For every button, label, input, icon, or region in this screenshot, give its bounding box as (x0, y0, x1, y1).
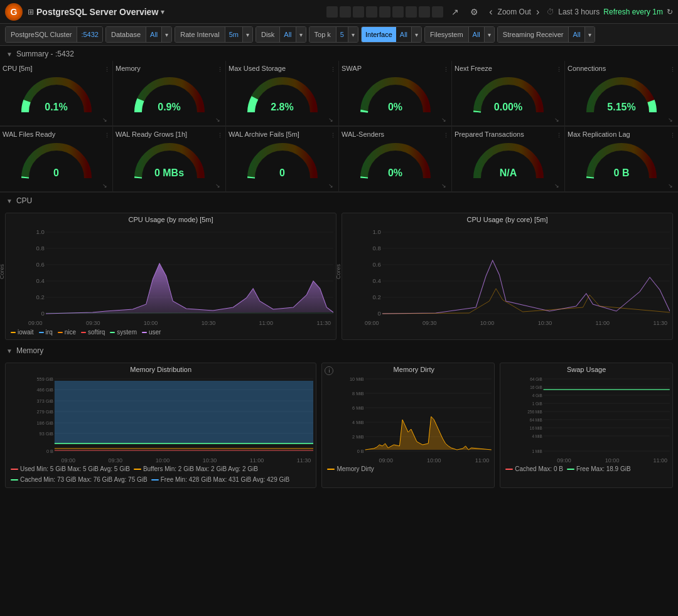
gauge-wal-files-ready-info[interactable]: ⋮ (104, 132, 110, 139)
legend-free: Free Min: 428 GiB Max: 431 GiB Avg: 429 … (151, 476, 289, 483)
swap-usage-chart-title: Swap Usage (503, 366, 670, 373)
filter-database-value[interactable]: All (146, 27, 161, 42)
filter-streaming-dropdown[interactable]: ▾ (584, 27, 595, 42)
share-button[interactable]: ↗ (448, 6, 462, 18)
svg-text:1 GiB: 1 GiB (532, 401, 542, 406)
gauge-prepared-tx-info[interactable]: ⋮ (556, 132, 562, 139)
svg-text:0.2: 0.2 (36, 294, 45, 300)
gauge-swap-title: SWAP (342, 65, 362, 72)
zoom-forward-button[interactable]: › (534, 6, 542, 18)
nav-icon-3 (353, 6, 364, 18)
refresh-button[interactable]: ↻ (667, 8, 673, 16)
gauge-swap-footer-icon: ↘ (441, 117, 446, 123)
legend-buffers: Buffers Min: 2 GiB Max: 2 GiB Avg: 2 GiB (134, 465, 258, 472)
title-dropdown[interactable]: ▾ (161, 8, 164, 16)
gauge-next-freeze-title: Next Freeze (455, 65, 492, 72)
gauge-wal-ready-grows-title: WAL Ready Grows [1h] (116, 130, 187, 138)
cpu-mode-chart-area: 1.0 0.8 0.6 0.4 0.2 0 (26, 226, 333, 320)
gauge-max-storage-footer-icon: ↘ (328, 117, 333, 123)
cpu-section-header[interactable]: ▼ CPU (0, 193, 678, 208)
gauge-connections-title: Connections (568, 65, 606, 72)
zoom-out-label[interactable]: Zoom Out (498, 8, 531, 16)
nav-icon-1 (326, 6, 338, 18)
gauge-next-freeze-info[interactable]: ⋮ (556, 66, 562, 73)
gauge-swap: SWAP ⋮ 0% ↘ (339, 61, 452, 126)
gauge-connections-info[interactable]: ⋮ (670, 66, 675, 73)
filter-filesystem-value[interactable]: All (469, 27, 484, 42)
gauge-wal-senders-footer-icon: ↘ (441, 183, 446, 189)
filter-disk-value[interactable]: All (280, 27, 295, 42)
time-range-label[interactable]: Last 3 hours (558, 8, 600, 16)
filter-topk: Top k 5 ▾ (309, 26, 358, 43)
gauge-wal-files-ready-visual: 0 (19, 141, 94, 181)
cpu-core-chart-title: CPU Usage (by core) [5m] (345, 216, 670, 223)
filter-disk: Disk All ▾ (256, 26, 306, 43)
svg-text:559 GiB: 559 GiB (37, 376, 53, 382)
svg-text:64 GiB: 64 GiB (530, 377, 542, 381)
filter-topk-value[interactable]: 5 (336, 27, 348, 42)
filter-disk-dropdown[interactable]: ▾ (296, 27, 306, 42)
cpu-charts-row: CPU Usage (by mode) [5m] Cores (5, 213, 673, 340)
filter-interface-all[interactable]: All (396, 27, 411, 42)
gauge-cpu-title: CPU [5m] (3, 65, 33, 72)
filter-interface-dropdown[interactable]: ▾ (411, 27, 421, 42)
zoom-back-button[interactable]: ‹ (487, 6, 495, 18)
gauge-max-storage-visual: 2.8% (245, 75, 320, 115)
cpu-mode-chart-panel: CPU Usage (by mode) [5m] Cores (5, 213, 336, 340)
gauge-cpu-value: 0.1% (19, 102, 94, 113)
swap-usage-legend: Cached Max: 0 B Free Max: 18.9 GiB (503, 464, 670, 474)
svg-text:8 MiB: 8 MiB (352, 391, 364, 396)
summary-section-header[interactable]: ▼ Summary - :5432 (0, 46, 678, 61)
gauge-connections-footer-icon: ↘ (668, 117, 673, 123)
svg-text:0.2: 0.2 (373, 294, 381, 300)
filter-filesystem-dropdown[interactable]: ▾ (484, 27, 494, 42)
cpu-core-chart-wrapper: Cores 1.0 0.8 0.6 0.4 0.2 0 (345, 226, 670, 326)
app-logo[interactable]: G (5, 3, 23, 21)
swap-usage-chart-area: 64 GiB 16 GiB 4 GiB 1 GiB 256 MiB 64 MiB… (520, 376, 670, 457)
filter-disk-label: Disk (256, 27, 280, 42)
cpu-section: CPU Usage (by mode) [5m] Cores (0, 208, 678, 343)
svg-text:0 B: 0 B (357, 449, 364, 454)
memory-dist-x-labels: 09:0009:3010:0010:3011:0011:30 (26, 457, 313, 464)
svg-text:0.8: 0.8 (36, 245, 45, 252)
gauge-max-storage: Max Used Storage ⋮ 2.8% ↘ (226, 61, 339, 126)
time-info: ⏱ Last 3 hours Refresh every 1m ↻ (547, 8, 673, 16)
topbar: G ⊞ PostgreSQL Server Overview ▾ ↗ ⚙ ‹ Z… (0, 0, 678, 24)
filter-cluster-value[interactable]: :5432 (77, 27, 102, 42)
filter-rate-interval-dropdown[interactable]: ▾ (242, 27, 252, 42)
gauge-wal-ready-grows-footer-icon: ↘ (215, 183, 220, 189)
gauge-wal-ready-grows-info[interactable]: ⋮ (217, 132, 223, 139)
gauge-max-repl-lag-info[interactable]: ⋮ (670, 132, 675, 139)
gauge-max-repl-lag-footer-icon: ↘ (668, 183, 673, 189)
swap-usage-x-labels: 09:0010:0011:00 (520, 457, 670, 464)
filter-streaming-value[interactable]: All (569, 27, 584, 42)
gauge-max-storage-info[interactable]: ⋮ (330, 66, 336, 73)
filter-interface-value[interactable]: Interface (362, 27, 396, 42)
gauge-cpu: CPU [5m] ⋮ 0.1% ↘ (0, 61, 113, 126)
gauge-memory-info[interactable]: ⋮ (217, 66, 223, 73)
gauge-wal-senders-info[interactable]: ⋮ (443, 132, 449, 139)
memory-section-header[interactable]: ▼ Memory (0, 343, 678, 358)
legend-swap-cached: Cached Max: 0 B (505, 465, 563, 472)
gauge-wal-archive-fails-info[interactable]: ⋮ (330, 132, 336, 139)
memory-section: Memory Distribution 559 GiB 466 (0, 358, 678, 493)
gauge-swap-info[interactable]: ⋮ (443, 66, 449, 73)
settings-button[interactable]: ⚙ (467, 6, 482, 18)
dashboard-title: PostgreSQL Server Overview (36, 7, 158, 17)
cpu-core-chart-panel: CPU Usage (by core) [5m] Cores 1.0 0.8 0… (342, 213, 673, 340)
svg-text:0: 0 (41, 311, 44, 317)
filter-database-dropdown[interactable]: ▾ (161, 27, 171, 42)
legend-user: user (142, 329, 161, 336)
filter-topk-dropdown[interactable]: ▾ (348, 27, 358, 42)
nav-icon-4 (366, 6, 377, 18)
filter-rate-interval-value[interactable]: 5m (225, 27, 242, 42)
memory-dirty-info-icon[interactable]: i (325, 366, 333, 375)
memory-collapse-icon: ▼ (6, 348, 13, 354)
gauge-max-storage-title: Max Used Storage (229, 65, 286, 72)
memory-dist-chart-panel: Memory Distribution 559 GiB 466 (5, 363, 316, 488)
memory-dist-chart-title: Memory Distribution (8, 366, 313, 373)
gauge-cpu-info[interactable]: ⋮ (104, 66, 110, 73)
gauges-row-2: WAL Files Ready ⋮ 0 ↘ WAL Ready Grows [1… (0, 127, 678, 193)
gauge-prepared-tx-visual: N/A (471, 141, 546, 181)
gauge-wal-archive-fails: WAL Archive Fails [5m] ⋮ 0 ↘ (226, 127, 339, 192)
